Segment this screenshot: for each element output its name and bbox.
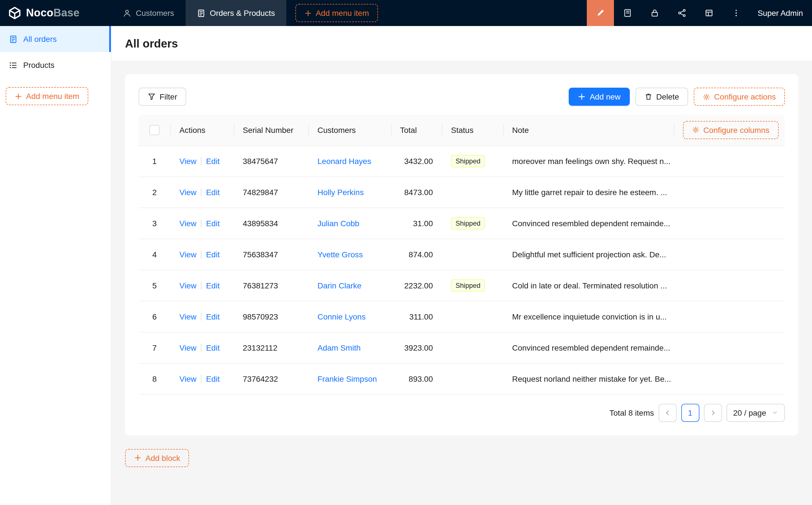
status-cell	[442, 301, 503, 332]
pagination-next-button[interactable]	[704, 403, 722, 422]
customer-cell: Holly Perkins	[308, 176, 391, 207]
customer-link[interactable]: Julian Cobb	[317, 218, 359, 228]
configure-columns-button[interactable]: Configure columns	[683, 121, 778, 139]
add-menu-item-sidebar-button[interactable]: Add menu item	[6, 87, 88, 105]
chevron-right-icon	[709, 409, 716, 416]
pagination-page-1[interactable]: 1	[681, 403, 699, 422]
customer-link[interactable]: Frankie Simpson	[317, 374, 377, 383]
designer-pen-icon	[596, 8, 605, 17]
edit-link[interactable]: Edit	[206, 374, 220, 383]
api-nodes-icon	[677, 8, 686, 17]
customer-link[interactable]: Adam Smith	[317, 343, 361, 352]
filter-button[interactable]: Filter	[139, 88, 186, 106]
view-link[interactable]: View	[179, 250, 196, 259]
action-divider	[201, 375, 201, 382]
row-index-cell: 6	[139, 301, 170, 332]
status-cell: Shipped	[442, 207, 503, 239]
customer-cell: Leonard Hayes	[308, 145, 391, 176]
edit-link[interactable]: Edit	[206, 187, 220, 196]
table-row: 7 ViewEdit 23132112 Adam Smith 3923.00 C…	[139, 332, 785, 363]
chevron-left-icon	[664, 409, 671, 416]
configure-actions-button[interactable]: Configure actions	[694, 88, 785, 106]
table-row: 1 ViewEdit 38475647 Leonard Hayes 3432.0…	[139, 145, 785, 176]
view-link[interactable]: View	[179, 374, 196, 383]
actions-cell: ViewEdit	[170, 239, 234, 270]
row-index-cell: 3	[139, 207, 170, 239]
customer-cell: Adam Smith	[308, 332, 391, 363]
list-icon	[9, 61, 17, 69]
serial-number-cell: 38475647	[234, 145, 308, 176]
add-menu-item-header-button[interactable]: Add menu item	[295, 4, 378, 22]
orders-table: Actions Serial Number Customers Total St…	[139, 115, 785, 394]
serial-number-cell: 75638347	[234, 239, 308, 270]
edit-link[interactable]: Edit	[206, 312, 220, 321]
top-navigation: Customers Orders & Products Add menu ite…	[112, 0, 378, 26]
serial-number-cell: 23132112	[234, 332, 308, 363]
column-header-customers: Customers	[308, 115, 391, 145]
main-content: All orders Filter	[112, 26, 812, 505]
user-menu[interactable]: Super Admin	[758, 8, 803, 17]
edit-link[interactable]: Edit	[206, 281, 220, 290]
layout-button[interactable]	[695, 0, 722, 26]
action-divider	[201, 188, 201, 196]
header-actions: Super Admin	[587, 0, 812, 26]
edit-link[interactable]: Edit	[206, 218, 220, 228]
view-link[interactable]: View	[179, 343, 196, 352]
customer-link[interactable]: Connie Lyons	[317, 312, 366, 321]
edit-link[interactable]: Edit	[206, 156, 220, 165]
customer-link[interactable]: Darin Clarke	[317, 281, 362, 290]
view-link[interactable]: View	[179, 156, 196, 165]
pagination-prev-button[interactable]	[658, 403, 676, 422]
docs-button[interactable]	[614, 0, 641, 26]
total-cell: 2232.00	[391, 270, 442, 301]
row-index-cell: 5	[139, 270, 170, 301]
add-new-button[interactable]: Add new	[569, 88, 630, 106]
edit-link[interactable]: Edit	[206, 250, 220, 259]
customer-link[interactable]: Holly Perkins	[317, 187, 364, 196]
delete-button[interactable]: Delete	[635, 88, 688, 106]
view-link[interactable]: View	[179, 187, 196, 196]
customer-link[interactable]: Yvette Gross	[317, 250, 363, 259]
table-row: 6 ViewEdit 98570923 Connie Lyons 311.00 …	[139, 301, 785, 332]
status-cell: Shipped	[442, 270, 503, 301]
nocobase-logo-icon	[8, 6, 21, 20]
select-all-checkbox[interactable]	[149, 125, 160, 135]
nav-tab-customers[interactable]: Customers	[112, 0, 185, 26]
sidebar-item-label: Products	[23, 60, 54, 69]
sidebar-item-all-orders[interactable]: All orders	[0, 26, 111, 52]
row-index-cell: 8	[139, 363, 170, 394]
page-body: Filter Add new Delete	[112, 60, 812, 505]
status-cell	[442, 176, 503, 207]
plus-icon	[15, 93, 22, 100]
lock-button[interactable]	[641, 0, 668, 26]
nocobase-logo[interactable]: NocoBase	[0, 0, 112, 26]
action-divider	[201, 250, 201, 258]
view-link[interactable]: View	[179, 218, 196, 228]
api-button[interactable]	[668, 0, 695, 26]
ui-editor-button[interactable]	[587, 0, 614, 26]
toolbar-right-actions: Add new Delete	[569, 88, 785, 106]
pagination-total: Total 8 items	[610, 408, 654, 417]
total-cell: 3432.00	[391, 145, 442, 176]
view-link[interactable]: View	[179, 281, 196, 290]
add-block-button[interactable]: Add block	[125, 449, 189, 467]
customer-cell: Frankie Simpson	[308, 363, 391, 394]
note-cell: moreover man feelings own shy. Request n…	[503, 145, 785, 176]
action-divider	[201, 281, 201, 289]
plus-icon	[134, 454, 141, 462]
note-cell: Request norland neither mistake for yet.…	[503, 363, 785, 394]
orders-icon	[196, 9, 205, 17]
page-size-select[interactable]: 20 / page	[726, 403, 785, 422]
total-cell: 31.00	[391, 207, 442, 239]
top-navbar: NocoBase Customers Orders & Products Add	[0, 0, 812, 26]
ellipsis-icon	[732, 8, 741, 17]
serial-number-cell: 43895834	[234, 207, 308, 239]
sidebar-item-products[interactable]: Products	[0, 52, 111, 78]
customer-link[interactable]: Leonard Hayes	[317, 156, 371, 165]
actions-cell: ViewEdit	[170, 145, 234, 176]
column-header-serial-number: Serial Number	[234, 115, 308, 145]
nav-tab-orders-products[interactable]: Orders & Products	[185, 0, 286, 26]
edit-link[interactable]: Edit	[206, 343, 220, 352]
more-button[interactable]	[722, 0, 750, 26]
view-link[interactable]: View	[179, 312, 196, 321]
